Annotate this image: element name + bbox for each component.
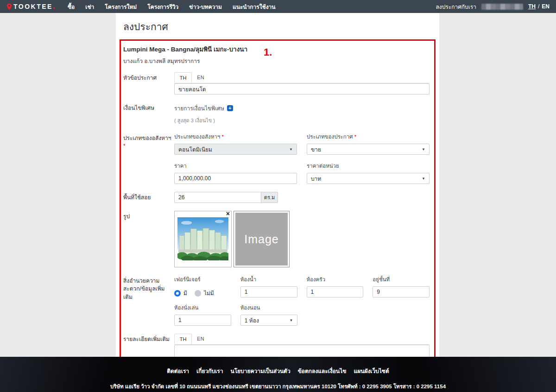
navbar-right: ลงประกาศกับเรา TH / EN — [436, 2, 550, 11]
main-content: ลงประกาศ 1. Lumpini Mega - Bangna/ลุมพิน… — [116, 13, 439, 357]
nav-item-project-reviews[interactable]: โครงการรีวิว — [147, 2, 178, 11]
footer-links: ติดต่อเรา เกี่ยวกับเรา นโยบายความเป็นส่ว… — [0, 357, 556, 375]
property-type-value: คอนโดมิเนียม — [178, 145, 212, 154]
price-input[interactable] — [174, 173, 297, 184]
price-label: ราคา — [174, 162, 297, 170]
footer-company-info: บริษัท แอเรีย ว้าว จำกัด เลขที่ 10 ถนนนน… — [0, 382, 556, 391]
footer-link-about[interactable]: เกี่ยวกับเรา — [196, 367, 223, 375]
listing-title-label: หัวข้อประกาศ — [123, 72, 174, 82]
location-pin-icon — [6, 3, 12, 10]
usable-area-field: ตร.ม — [174, 192, 278, 203]
page-footer: ติดต่อเรา เกี่ยวกับเรา นโยบายความเป็นส่ว… — [0, 357, 556, 392]
bedroom-label: ห้องนอน — [240, 303, 297, 312]
lang-en[interactable]: EN — [542, 3, 550, 10]
row-listing-title: หัวข้อประกาศ TH EN — [123, 72, 430, 95]
image-upload-placeholder[interactable]: Image — [234, 211, 290, 267]
chevron-down-icon: ▼ — [422, 147, 425, 152]
footer-link-terms[interactable]: ข้อตกลงและเงื่อนไข — [298, 367, 347, 375]
floor-input[interactable] — [373, 286, 430, 297]
property-type-row-label-text: ประเภทของอสังหาฯ — [123, 135, 171, 141]
details-lang-tabs: TH EN — [174, 334, 430, 345]
usable-area-label: พื้นที่ใช้สอย — [123, 192, 174, 202]
chevron-down-icon: ▼ — [290, 318, 293, 322]
tab-details-th[interactable]: TH — [174, 334, 192, 344]
required-mark: * — [354, 134, 356, 139]
listing-type-value: ขาย — [311, 145, 321, 154]
images-field: × Image — [174, 211, 430, 267]
row-images: รูป — [123, 211, 430, 267]
usable-area-input[interactable] — [174, 192, 261, 203]
bathroom-label: ห้องน้ำ — [240, 275, 297, 284]
nav-item-rent[interactable]: เช่า — [85, 2, 94, 11]
living-room-col: ห้องนั่งเล่น — [174, 303, 231, 326]
property-location: บางแก้ว อ.บางพลี สมุทรปราการ — [123, 57, 430, 65]
tab-details-en[interactable]: EN — [192, 334, 209, 344]
price-unit-label: ราคาต่อหน่วย — [307, 162, 430, 170]
bedroom-select[interactable]: 1 ห้อง ▼ — [240, 315, 297, 326]
furniture-radios: มี ไม่มี — [174, 286, 231, 297]
amenities-grid: เฟอร์นิเจอร์ มี ไม่มี ห้องน้ำ ห้องครัว — [174, 275, 430, 326]
details-label: รายละเอียดเพิ่มเติม — [123, 334, 174, 343]
row-usable-area: พื้นที่ใช้สอย ตร.ม — [123, 192, 430, 203]
furniture-col: เฟอร์นิเจอร์ มี ไม่มี — [174, 275, 231, 297]
username-redacted[interactable] — [481, 4, 523, 10]
post-listing-link[interactable]: ลงประกาศกับเรา — [436, 2, 476, 11]
listing-type-label-text: ประเภทของประกาศ — [307, 134, 353, 139]
living-room-input[interactable] — [174, 315, 231, 326]
logo-text: TOOKTEE — [13, 3, 53, 10]
listing-type-col: ประเภทของประกาศ * ขาย ▼ — [307, 133, 430, 155]
nav-item-new-projects[interactable]: โครงการใหม่ — [105, 2, 137, 11]
special-conditions-link-text[interactable]: รายการเงื่อนไขพิเศษ — [174, 104, 224, 113]
listing-title-input[interactable] — [174, 83, 430, 95]
price-unit-col: ราคาต่อหน่วย บาท ▼ — [307, 162, 430, 184]
floor-col: อยู่ชั้นที่ — [373, 275, 430, 297]
top-navbar: TOOKTEE ซื้อ เช่า โครงการใหม่ โครงการรีว… — [0, 0, 556, 13]
uploaded-photo: × — [174, 211, 232, 267]
tab-title-th[interactable]: TH — [174, 72, 192, 83]
required-mark: * — [221, 134, 223, 139]
floor-label: อยู่ชั้นที่ — [373, 275, 430, 284]
price-col: ราคา — [174, 162, 297, 184]
kitchen-col: ห้องครัว — [307, 275, 364, 297]
footer-link-privacy[interactable]: นโยบายความเป็นส่วนตัว — [230, 367, 290, 375]
annotation-1: 1. — [264, 46, 272, 58]
nav-item-user-guide[interactable]: แนะนำการใช้งาน — [233, 2, 276, 11]
sqm-unit-addon: ตร.ม — [261, 192, 278, 203]
tab-title-en[interactable]: EN — [192, 72, 209, 83]
footer-link-sitemap[interactable]: แผนผังเว็บไซต์ — [354, 367, 389, 375]
tooktee-logo[interactable]: TOOKTEE — [6, 3, 55, 10]
listing-type-select[interactable]: ขาย ▼ — [307, 144, 430, 155]
price-unit-select[interactable]: บาท ▼ — [307, 173, 430, 184]
special-conditions-list: รายการเงื่อนไขพิเศษ + — [174, 102, 430, 113]
lang-separator: / — [538, 3, 539, 10]
chevron-down-icon: ▼ — [289, 147, 293, 152]
property-type-row-label: ประเภทของอสังหาฯ * — [123, 133, 174, 151]
price-unit-value: บาท — [311, 174, 321, 183]
add-condition-icon[interactable]: + — [227, 105, 233, 111]
remove-photo-icon[interactable]: × — [226, 210, 230, 217]
furniture-no-label[interactable]: ไม่มี — [204, 289, 214, 297]
furniture-no-radio[interactable] — [195, 290, 201, 297]
furniture-yes-radio[interactable] — [174, 290, 181, 297]
images-label: รูป — [123, 211, 174, 221]
footer-link-contact[interactable]: ติดต่อเรา — [167, 367, 189, 375]
property-type-grid: ประเภทของอสังหาฯ * คอนโดมิเนียม ▼ ประเภท… — [174, 133, 430, 184]
nav-item-news-articles[interactable]: ข่าว-บทความ — [189, 2, 222, 11]
lang-th[interactable]: TH — [528, 3, 536, 10]
furniture-yes-label[interactable]: มี — [183, 289, 187, 297]
image-placeholder-text: Image — [244, 233, 278, 246]
image-placeholder-fill: Image — [235, 213, 288, 266]
main-menu: ซื้อ เช่า โครงการใหม่ โครงการรีวิว ข่าว-… — [68, 2, 276, 11]
bathroom-input[interactable] — [240, 286, 297, 297]
chevron-down-icon: ▼ — [422, 177, 425, 181]
nav-item-buy[interactable]: ซื้อ — [68, 2, 75, 11]
property-type-label: ประเภทของอสังหาฯ * — [174, 133, 297, 141]
property-name: Lumpini Mega - Bangna/ลุมพินี เมกะ-บางนา — [123, 44, 430, 54]
listing-title-field: TH EN — [174, 72, 430, 95]
special-conditions-label: เงื่อนไขพิเศษ — [123, 102, 174, 112]
property-type-select[interactable]: คอนโดมิเนียม ▼ — [174, 144, 297, 155]
bedroom-value: 1 ห้อง — [245, 316, 259, 325]
annotation-box-form: 1. Lumpini Mega - Bangna/ลุมพินี เมกะ-บา… — [120, 39, 436, 392]
kitchen-input[interactable] — [307, 286, 364, 297]
kitchen-label: ห้องครัว — [307, 275, 364, 284]
